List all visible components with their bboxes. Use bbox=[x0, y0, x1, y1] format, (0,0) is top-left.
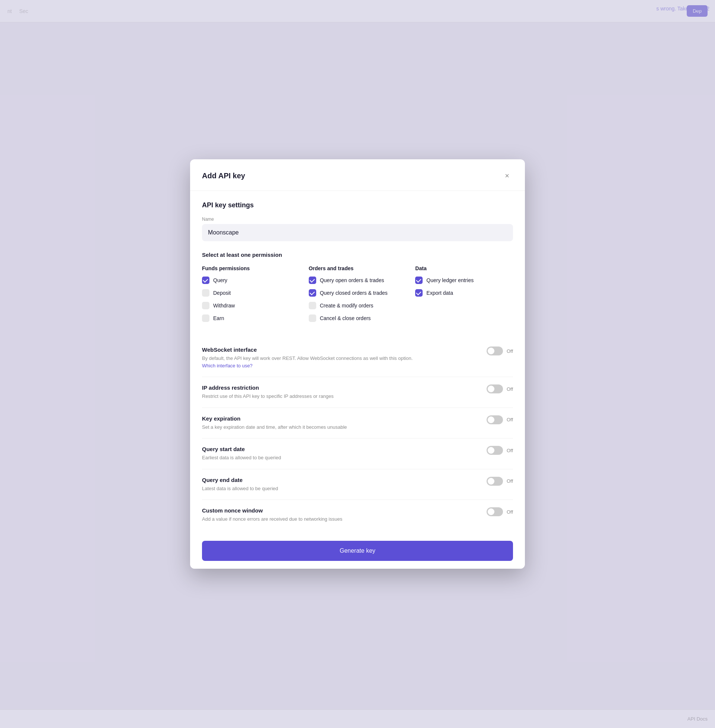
perm-withdraw-label: Withdraw bbox=[213, 303, 235, 308]
query-end-title: Query end date bbox=[202, 477, 472, 483]
nonce-window-toggle-label: Off bbox=[507, 509, 513, 515]
name-label: Name bbox=[202, 217, 513, 222]
modal-title: Add API key bbox=[202, 172, 245, 180]
websocket-title: WebSocket interface bbox=[202, 346, 472, 353]
perm-query-closed-label: Query closed orders & trades bbox=[320, 290, 388, 296]
query-start-title: Query start date bbox=[202, 446, 472, 452]
modal-header: Add API key × bbox=[190, 159, 525, 191]
query-end-info: Query end date Latest data is allowed to… bbox=[202, 477, 487, 492]
websocket-row: WebSocket interface By default, the API … bbox=[202, 346, 513, 369]
modal-body: API key settings Name Select at least on… bbox=[190, 191, 525, 569]
checkbox-export-data[interactable] bbox=[415, 289, 422, 297]
permissions-grid: Funds permissions Query Deposit Withdraw bbox=[202, 265, 513, 327]
checkbox-query-ledger[interactable] bbox=[415, 276, 422, 284]
query-start-section: Query start date Earliest data is allowe… bbox=[202, 438, 513, 469]
query-start-toggle-control: Off bbox=[487, 446, 513, 455]
generate-key-button[interactable]: Generate key bbox=[202, 541, 513, 561]
websocket-desc: By default, the API key will work over R… bbox=[202, 355, 472, 369]
perm-query-ledger[interactable]: Query ledger entries bbox=[415, 276, 513, 284]
perm-query-closed[interactable]: Query closed orders & trades bbox=[309, 289, 407, 297]
nonce-window-row: Custom nonce window Add a value if nonce… bbox=[202, 507, 513, 523]
websocket-toggle-control: Off bbox=[487, 346, 513, 355]
settings-title: API key settings bbox=[202, 201, 513, 209]
name-input[interactable] bbox=[202, 224, 513, 241]
perm-earn-label: Earn bbox=[213, 315, 224, 321]
key-expiration-title: Key expiration bbox=[202, 415, 472, 422]
ip-restriction-toggle-control: Off bbox=[487, 384, 513, 393]
checkbox-query[interactable] bbox=[202, 276, 210, 284]
orders-column-title: Orders and trades bbox=[309, 265, 407, 271]
websocket-toggle-label: Off bbox=[507, 348, 513, 354]
checkbox-create-modify[interactable] bbox=[309, 302, 316, 309]
ip-restriction-info: IP address restriction Restrict use of t… bbox=[202, 384, 487, 400]
checkbox-query-closed[interactable] bbox=[309, 289, 316, 297]
perm-query[interactable]: Query bbox=[202, 276, 300, 284]
query-end-toggle[interactable] bbox=[487, 477, 503, 486]
nonce-window-title: Custom nonce window bbox=[202, 507, 472, 514]
websocket-link[interactable]: Which interface to use? bbox=[202, 363, 253, 369]
funds-column-title: Funds permissions bbox=[202, 265, 300, 271]
checkbox-earn[interactable] bbox=[202, 314, 210, 322]
key-expiration-section: Key expiration Set a key expiration date… bbox=[202, 408, 513, 439]
query-start-info: Query start date Earliest data is allowe… bbox=[202, 446, 487, 462]
nonce-window-toggle-control: Off bbox=[487, 507, 513, 516]
perm-cancel-close-label: Cancel & close orders bbox=[320, 315, 371, 321]
query-end-toggle-label: Off bbox=[507, 478, 513, 484]
nonce-window-desc: Add a value if nonce errors are received… bbox=[202, 515, 472, 523]
websocket-toggle[interactable] bbox=[487, 346, 503, 355]
checkbox-deposit[interactable] bbox=[202, 289, 210, 297]
perm-deposit-label: Deposit bbox=[213, 290, 231, 296]
ip-restriction-title: IP address restriction bbox=[202, 384, 472, 391]
perm-create-modify[interactable]: Create & modify orders bbox=[309, 302, 407, 309]
key-expiration-toggle-control: Off bbox=[487, 415, 513, 424]
query-end-section: Query end date Latest data is allowed to… bbox=[202, 469, 513, 500]
perm-query-open[interactable]: Query open orders & trades bbox=[309, 276, 407, 284]
modal-backdrop: Add API key × API key settings Name Sele… bbox=[0, 0, 715, 728]
nonce-window-section: Custom nonce window Add a value if nonce… bbox=[202, 500, 513, 530]
add-api-key-modal: Add API key × API key settings Name Sele… bbox=[190, 159, 525, 569]
query-start-toggle[interactable] bbox=[487, 446, 503, 455]
nonce-window-toggle[interactable] bbox=[487, 507, 503, 516]
query-start-row: Query start date Earliest data is allowe… bbox=[202, 446, 513, 462]
key-expiration-row: Key expiration Set a key expiration date… bbox=[202, 415, 513, 431]
perm-query-ledger-label: Query ledger entries bbox=[426, 277, 474, 283]
nonce-window-info: Custom nonce window Add a value if nonce… bbox=[202, 507, 487, 523]
orders-permissions-column: Orders and trades Query open orders & tr… bbox=[309, 265, 407, 327]
query-start-desc: Earliest data is allowed to be queried bbox=[202, 454, 472, 462]
perm-deposit[interactable]: Deposit bbox=[202, 289, 300, 297]
websocket-section: WebSocket interface By default, the API … bbox=[202, 339, 513, 377]
query-end-row: Query end date Latest data is allowed to… bbox=[202, 477, 513, 492]
close-button[interactable]: × bbox=[501, 170, 513, 182]
key-expiration-toggle-label: Off bbox=[507, 417, 513, 423]
perm-export-data-label: Export data bbox=[426, 290, 453, 296]
query-end-toggle-control: Off bbox=[487, 477, 513, 486]
permissions-header: Select at least one permission bbox=[202, 252, 513, 258]
key-expiration-info: Key expiration Set a key expiration date… bbox=[202, 415, 487, 431]
query-start-toggle-label: Off bbox=[507, 448, 513, 453]
key-expiration-toggle[interactable] bbox=[487, 415, 503, 424]
perm-create-modify-label: Create & modify orders bbox=[320, 303, 374, 308]
perm-cancel-close[interactable]: Cancel & close orders bbox=[309, 314, 407, 322]
query-end-desc: Latest data is allowed to be queried bbox=[202, 485, 472, 492]
ip-restriction-toggle[interactable] bbox=[487, 384, 503, 393]
funds-permissions-column: Funds permissions Query Deposit Withdraw bbox=[202, 265, 300, 327]
checkbox-cancel-close[interactable] bbox=[309, 314, 316, 322]
data-permissions-column: Data Query ledger entries Export data bbox=[415, 265, 513, 327]
key-expiration-desc: Set a key expiration date and time, afte… bbox=[202, 424, 472, 431]
websocket-info: WebSocket interface By default, the API … bbox=[202, 346, 487, 369]
perm-query-label: Query bbox=[213, 277, 227, 283]
perm-earn[interactable]: Earn bbox=[202, 314, 300, 322]
name-field-container: Name bbox=[202, 217, 513, 241]
perm-withdraw[interactable]: Withdraw bbox=[202, 302, 300, 309]
ip-restriction-desc: Restrict use of this API key to specific… bbox=[202, 393, 472, 400]
data-column-title: Data bbox=[415, 265, 513, 271]
perm-query-open-label: Query open orders & trades bbox=[320, 277, 384, 283]
ip-restriction-toggle-label: Off bbox=[507, 386, 513, 392]
checkbox-withdraw[interactable] bbox=[202, 302, 210, 309]
perm-export-data[interactable]: Export data bbox=[415, 289, 513, 297]
checkbox-query-open[interactable] bbox=[309, 276, 316, 284]
ip-restriction-section: IP address restriction Restrict use of t… bbox=[202, 377, 513, 408]
ip-restriction-row: IP address restriction Restrict use of t… bbox=[202, 384, 513, 400]
